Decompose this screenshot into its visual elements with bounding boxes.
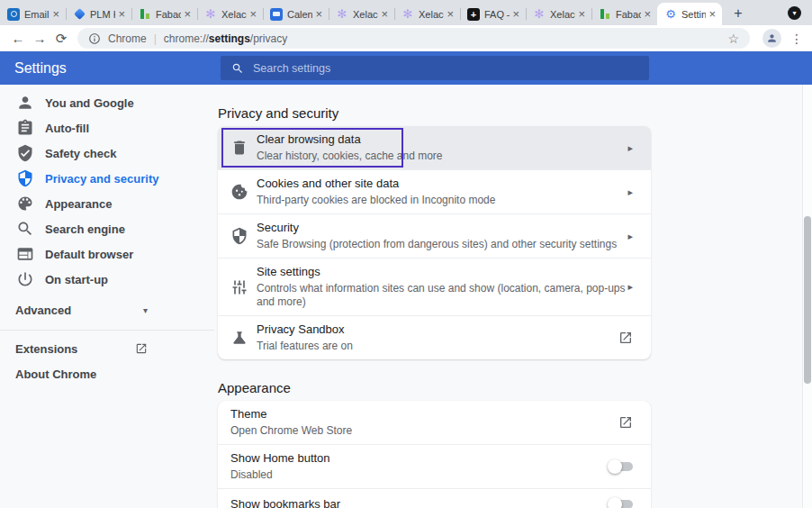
reload-button[interactable]: ⟳ <box>50 28 72 50</box>
shield-icon <box>16 169 34 187</box>
close-icon[interactable]: × <box>314 8 323 20</box>
flower-icon: ✻ <box>401 8 414 21</box>
sidebar-item-privacy-and-security[interactable]: Privacy and security <box>0 166 214 191</box>
page-scrollbar[interactable] <box>802 85 812 508</box>
trash-icon <box>230 139 248 157</box>
tab-fabacu-1[interactable]: Fabacu × <box>131 3 197 25</box>
close-icon[interactable]: × <box>577 8 586 20</box>
row-show-home-button[interactable]: Show Home button Disabled <box>218 444 651 488</box>
scrollbar-thumb[interactable] <box>804 216 811 384</box>
address-bar[interactable]: Chrome | chrome://settings/privacy ☆ <box>77 28 750 49</box>
tab-xelaco-4[interactable]: ✻ Xelaco × <box>526 3 591 25</box>
row-subtitle: Clear history, cookies, cache and more <box>257 150 443 163</box>
url-path: /privacy <box>250 32 287 45</box>
search-icon <box>16 220 34 238</box>
settings-search-box[interactable] <box>221 56 649 80</box>
row-title: Theme <box>230 407 352 422</box>
tab-calendar[interactable]: Calend × <box>263 3 329 25</box>
power-icon <box>16 270 34 288</box>
external-link-icon[interactable] <box>618 331 633 345</box>
sidebar-item-label: Safety check <box>45 147 117 160</box>
sidebar-divider <box>0 330 214 331</box>
sidebar-item-default-browser[interactable]: Default browser <box>0 241 214 267</box>
settings-sidebar: You and Google Auto-fill Safety check Pr… <box>0 85 214 508</box>
tab-faq[interactable]: + FAQ – × <box>460 3 526 25</box>
sidebar-item-label: Search engine <box>45 222 125 236</box>
forward-button[interactable]: → <box>29 28 50 50</box>
sidebar-advanced-toggle[interactable]: Advanced ▾ <box>0 297 214 322</box>
close-icon[interactable]: × <box>51 8 60 20</box>
tab-xelaco-2[interactable]: ✻ Xelaco × <box>329 3 394 25</box>
row-title: Site settings <box>257 265 627 279</box>
url-host: settings <box>209 32 250 45</box>
flower-icon: ✻ <box>533 8 546 21</box>
row-site-settings[interactable]: Site settings Controls what information … <box>218 258 651 315</box>
tab-label: Xelaco <box>419 9 444 20</box>
close-icon[interactable]: × <box>248 8 257 20</box>
close-icon[interactable]: × <box>511 8 520 20</box>
tab-settings-active[interactable]: ⚙ Setting × <box>657 3 722 25</box>
extensions-label: Extensions <box>15 342 77 356</box>
row-clear-browsing-data[interactable]: Clear browsing data Clear history, cooki… <box>218 126 651 169</box>
sidebar-item-autofill[interactable]: Auto-fill <box>0 115 214 141</box>
tab-search-button[interactable]: ▾ <box>788 6 801 20</box>
sidebar-item-about-chrome[interactable]: About Chrome <box>0 361 214 386</box>
tab-label: Calend <box>287 9 312 20</box>
sidebar-item-label: You and Google <box>45 96 134 110</box>
sidebar-item-safety-check[interactable]: Safety check <box>0 141 214 166</box>
close-icon[interactable]: × <box>643 8 652 20</box>
profile-avatar[interactable] <box>762 29 781 48</box>
sidebar-item-on-startup[interactable]: On start-up <box>0 267 214 292</box>
tab-label: Setting <box>681 9 706 20</box>
close-icon[interactable]: × <box>708 8 717 20</box>
shield-check-icon <box>16 144 34 162</box>
menu-kebab-icon[interactable]: ⋮ <box>789 32 805 46</box>
outlook-icon <box>7 8 20 21</box>
tab-xelaco-1[interactable]: ✻ Xelaco × <box>197 3 263 25</box>
row-show-bookmarks-bar[interactable]: Show bookmarks bar <box>218 488 651 508</box>
close-icon[interactable]: × <box>117 8 126 20</box>
calendar-icon <box>270 8 283 21</box>
tab-xelaco-3[interactable]: ✻ Xelaco × <box>394 3 460 25</box>
tab-plm[interactable]: PLM Ka × <box>66 3 131 25</box>
sidebar-item-search-engine[interactable]: Search engine <box>0 216 214 241</box>
close-icon[interactable]: × <box>446 8 455 20</box>
tab-fabacu-2[interactable]: Fabacu × <box>591 3 657 25</box>
chevron-right-icon[interactable]: ▸ <box>627 186 633 198</box>
appearance-card: Theme Open Chrome Web Store Show Home bu… <box>218 401 651 508</box>
browser-window: Email - × PLM Ka × Fabacu × ✻ Xelaco × C… <box>0 0 812 508</box>
search-input[interactable] <box>253 62 638 75</box>
bookmarks-bar-toggle[interactable] <box>609 500 633 508</box>
tab-strip: Email - × PLM Ka × Fabacu × ✻ Xelaco × C… <box>0 0 812 25</box>
chevron-right-icon[interactable]: ▸ <box>627 231 633 242</box>
row-cookies[interactable]: Cookies and other site data Third-party … <box>218 169 651 213</box>
sidebar-item-you-and-google[interactable]: You and Google <box>0 90 214 115</box>
row-title: Cookies and other site data <box>257 177 495 191</box>
bookmark-star-icon[interactable]: ☆ <box>727 32 739 46</box>
sidebar-item-appearance[interactable]: Appearance <box>0 191 214 216</box>
row-privacy-sandbox[interactable]: Privacy Sandbox Trial features are on <box>218 315 651 359</box>
external-link-icon[interactable] <box>618 415 633 430</box>
tab-label: Xelaco <box>353 9 378 20</box>
chevron-right-icon[interactable]: ▸ <box>627 142 633 154</box>
tune-icon <box>230 278 248 296</box>
flower-icon: ✻ <box>336 8 348 21</box>
home-button-toggle[interactable] <box>609 462 633 471</box>
tab-email[interactable]: Email - × <box>0 3 66 25</box>
close-icon[interactable]: × <box>380 8 389 20</box>
back-button[interactable]: ← <box>7 28 29 50</box>
close-icon[interactable]: × <box>183 8 192 20</box>
settings-header: Settings <box>0 51 812 85</box>
flower-icon: ✻ <box>204 8 217 21</box>
new-tab-button[interactable]: + <box>727 3 749 24</box>
row-theme[interactable]: Theme Open Chrome Web Store <box>218 401 651 444</box>
green-bars-icon <box>599 8 611 21</box>
flask-icon <box>230 329 248 347</box>
url-scheme: chrome:// <box>164 32 209 45</box>
sidebar-item-extensions[interactable]: Extensions <box>0 336 214 361</box>
person-icon <box>16 94 34 112</box>
row-security[interactable]: Security Safe Browsing (protection from … <box>218 213 651 258</box>
chevron-right-icon[interactable]: ▸ <box>627 281 633 293</box>
tab-label: Xelaco <box>221 9 247 20</box>
diamond-icon <box>73 8 86 21</box>
